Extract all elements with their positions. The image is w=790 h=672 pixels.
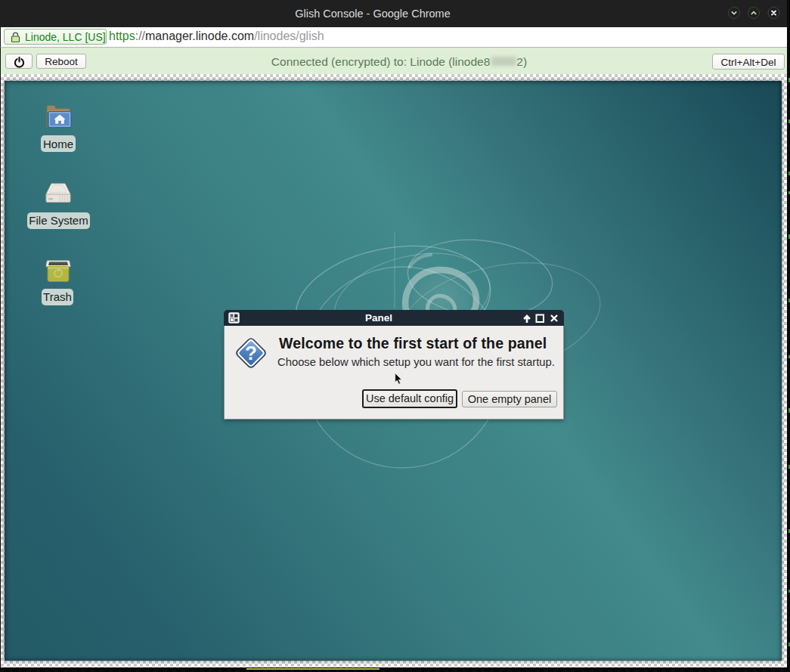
svg-text:?: ? [245,342,257,364]
